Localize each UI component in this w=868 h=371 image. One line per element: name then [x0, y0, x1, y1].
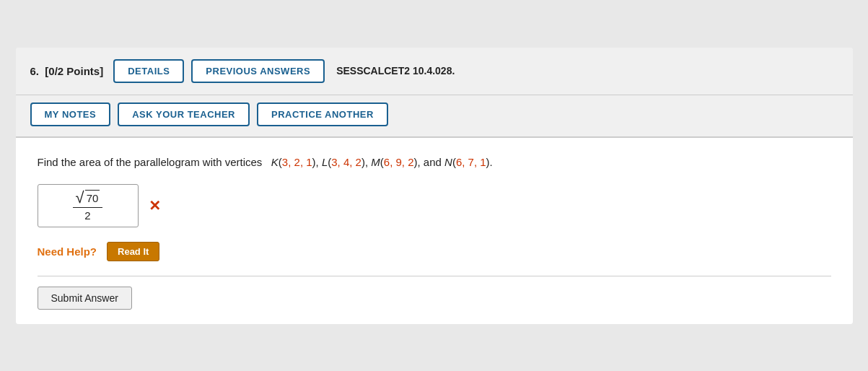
second-row: MY NOTES ASK YOUR TEACHER PRACTICE ANOTH…: [16, 95, 853, 138]
top-bar: 6. [0/2 Points] [0/2 Points] DETAILS PRE…: [16, 48, 853, 95]
fraction-display: √ 70 2: [73, 190, 103, 222]
radical-expression: √ 70: [76, 190, 100, 206]
radical-sign: √: [76, 190, 84, 206]
content-area: Find the area of the parallelogram with …: [16, 138, 853, 324]
need-help-label: Need Help?: [38, 245, 97, 258]
read-it-button[interactable]: Read It: [107, 242, 159, 261]
need-help-row: Need Help? Read It: [38, 242, 831, 261]
previous-answers-button[interactable]: PREVIOUS ANSWERS: [191, 59, 325, 83]
fraction-denominator: 2: [82, 208, 93, 222]
problem-number: 6. [0/2 Points]: [30, 65, 104, 77]
practice-another-button[interactable]: PRACTICE ANOTHER: [257, 102, 388, 126]
details-button[interactable]: DETAILS: [113, 59, 184, 83]
page-container: 6. [0/2 Points] [0/2 Points] DETAILS PRE…: [16, 48, 853, 324]
ask-teacher-button[interactable]: ASK YOUR TEACHER: [118, 102, 250, 126]
answer-row: √ 70 2 ✕: [38, 184, 831, 227]
submit-row: Submit Answer: [38, 276, 831, 310]
answer-box: √ 70 2: [38, 184, 139, 227]
wrong-icon: ✕: [149, 197, 161, 214]
submit-answer-button[interactable]: Submit Answer: [38, 287, 132, 310]
problem-text: Find the area of the parallelogram with …: [38, 154, 831, 171]
fraction-numerator: √ 70: [73, 190, 103, 208]
my-notes-button[interactable]: MY NOTES: [30, 102, 111, 126]
radical-number: 70: [85, 190, 100, 206]
problem-code: SESSCALCET2 10.4.028.: [336, 65, 455, 77]
